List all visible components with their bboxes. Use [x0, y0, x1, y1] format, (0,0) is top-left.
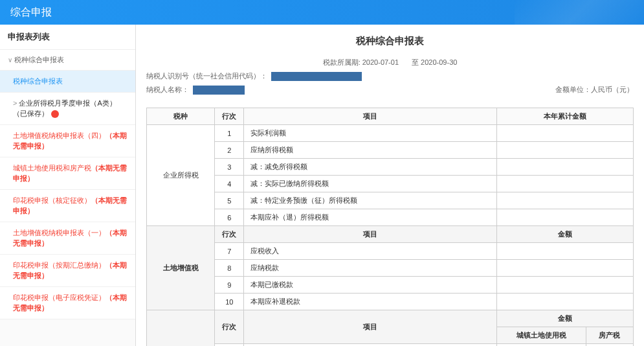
row-item: 本期应补（退）所得税额	[244, 209, 497, 226]
table-row: 9本期已缴税款	[147, 277, 634, 294]
sidebar-item-2[interactable]: 土地增值税纳税申报表（四）（本期无需申报）	[0, 125, 135, 157]
period-to: 2020-09-30	[421, 58, 457, 66]
row-number: 8	[215, 260, 244, 277]
row-number: 2	[215, 142, 244, 159]
taxpayer-name-row: 纳税人名称： 金额单位：人民币（元）	[146, 85, 634, 95]
period-from: 2020-07-01	[362, 58, 399, 66]
row-value[interactable]	[497, 277, 634, 294]
category-cell: 土地增值税	[147, 226, 215, 310]
sidebar-item-1[interactable]: 企业所得税月季度申报（A类）（已保存）	[0, 93, 135, 125]
main-content: 税种综合申报表 税款所属期: 2020-07-01 至 2020-09-30 纳…	[136, 25, 644, 346]
col-category: 税种	[147, 108, 215, 125]
sidebar-item-label: 印花税申报（核定征收）	[13, 196, 91, 204]
sidebar-item-label: 印花税申报（按期汇总缴纳）	[13, 261, 105, 269]
row-item: 应纳税款	[244, 260, 497, 277]
row-value[interactable]	[497, 209, 634, 226]
row-item: 本期应补退税款	[244, 294, 497, 310]
table-row: 7应税收入	[147, 243, 634, 260]
row-number: 1	[215, 125, 244, 142]
sub-col-rowno: 行次	[215, 226, 244, 243]
alert-dot-icon	[51, 110, 59, 118]
sidebar-item-4[interactable]: 印花税申报（核定征收）（本期无需申报）	[0, 190, 135, 222]
app-header: 综合申报	[0, 0, 644, 25]
nav-group-header[interactable]: 税种综合申报表	[0, 50, 135, 71]
sidebar-item-label: 税种综合申报表	[13, 77, 63, 85]
taxpayer-id-label: 纳税人识别号（统一社会信用代码）：	[146, 71, 267, 81]
sub-col-amount: 金额	[497, 226, 634, 243]
table-row: 11应纳税款0.000.00	[147, 344, 634, 347]
category-cell: 企业所得税	[147, 125, 215, 226]
sidebar-title: 申报表列表	[0, 25, 135, 50]
period-label: 税款所属期:	[323, 58, 361, 66]
table-row: 2应纳所得税额	[147, 142, 634, 159]
table-row: 5减：特定业务预缴（征）所得税额	[147, 192, 634, 209]
taxpayer-name-label: 纳税人名称：	[146, 85, 189, 95]
row-number: 5	[215, 192, 244, 209]
category-cell: 城镇土地使用税和房产税	[147, 310, 215, 347]
row-value[interactable]	[497, 125, 634, 142]
sidebar-item-status: （已保存）	[13, 110, 49, 117]
sidebar-item-0[interactable]: 税种综合申报表	[0, 71, 135, 93]
col-item: 项目	[244, 108, 497, 125]
sub-col-item: 项目	[244, 310, 497, 344]
row-value[interactable]	[497, 260, 634, 277]
col-ytd: 本年累计金额	[497, 108, 634, 125]
row-item: 应税收入	[244, 243, 497, 260]
row-item: 减：特定业务预缴（征）所得税额	[244, 192, 497, 209]
period-to-label: 至	[412, 58, 419, 66]
row-value-2[interactable]: 0.00	[586, 344, 633, 347]
row-number: 6	[215, 209, 244, 226]
tax-period-row: 税款所属期: 2020-07-01 至 2020-09-30	[146, 58, 634, 67]
unit-label: 金额单位：人民币（元）	[555, 85, 634, 95]
row-item: 应纳税款	[244, 344, 497, 347]
row-item: 实际利润额	[244, 125, 497, 142]
sub-col-urban-land: 城镇土地使用税	[497, 327, 586, 344]
row-number: 9	[215, 277, 244, 294]
row-value[interactable]	[497, 294, 634, 310]
row-item: 减：减免所得税额	[244, 159, 497, 176]
sidebar-item-7[interactable]: 印花税申报（电子应税凭证）（本期无需申报）	[0, 287, 135, 319]
row-item: 本期已缴税款	[244, 277, 497, 294]
sidebar-item-label: 企业所得税月季度申报（A类）	[19, 99, 116, 107]
taxpayer-id-value	[271, 72, 362, 81]
row-value[interactable]	[497, 159, 634, 176]
app-title: 综合申报	[10, 6, 52, 19]
row-number: 3	[215, 159, 244, 176]
section-header-row: 土地增值税行次项目金额	[147, 226, 634, 243]
sidebar-item-label: 土地增值税纳税申报表（四）	[13, 132, 105, 139]
table-row: 3减：减免所得税额	[147, 159, 634, 176]
taxpayer-id-row: 纳税人识别号（统一社会信用代码）：	[146, 71, 634, 81]
sidebar-item-6[interactable]: 印花税申报（按期汇总缴纳）（本期无需申报）	[0, 255, 135, 287]
row-item: 减：实际已缴纳所得税额	[244, 176, 497, 192]
sidebar-item-5[interactable]: 土地增值税纳税申报表（一）（本期无需申报）	[0, 222, 135, 255]
row-value-1[interactable]: 0.00	[497, 344, 586, 347]
sub-col-property: 房产税	[586, 327, 633, 344]
sub-col-item: 项目	[244, 226, 497, 243]
taxpayer-name-value	[193, 86, 245, 95]
sub-col-rowno: 行次	[215, 310, 244, 344]
sub-col-amount: 金额	[497, 310, 634, 327]
row-value[interactable]	[497, 192, 634, 209]
row-number: 4	[215, 176, 244, 192]
sidebar-item-label: 土地增值税纳税申报表（一）	[13, 229, 105, 236]
row-value[interactable]	[497, 142, 634, 159]
sidebar-item-3[interactable]: 城镇土地使用税和房产税（本期无需申报）	[0, 157, 135, 190]
table-row: 10本期应补退税款	[147, 294, 634, 310]
table-row: 8应纳税款	[147, 260, 634, 277]
row-number: 10	[215, 294, 244, 310]
sidebar-item-label: 城镇土地使用税和房产税	[13, 164, 91, 172]
section-header-row: 城镇土地使用税和房产税行次项目金额	[147, 310, 634, 327]
sidebar-item-label: 印花税申报（电子应税凭证）	[13, 294, 105, 301]
row-value[interactable]	[497, 243, 634, 260]
row-item: 应纳所得税额	[244, 142, 497, 159]
row-number: 7	[215, 243, 244, 260]
sidebar: 申报表列表 税种综合申报表 税种综合申报表企业所得税月季度申报（A类）（已保存）…	[0, 25, 136, 346]
row-number: 11	[215, 344, 244, 347]
table-row: 6本期应补（退）所得税额	[147, 209, 634, 226]
row-value[interactable]	[497, 176, 634, 192]
col-rowno: 行次	[215, 108, 244, 125]
report-title: 税种综合申报表	[146, 31, 634, 55]
table-row: 4减：实际已缴纳所得税额	[147, 176, 634, 192]
report-table: 税种 行次 项目 本年累计金额 企业所得税1实际利润额2应纳所得税额3减：减免所…	[146, 108, 634, 346]
table-row: 企业所得税1实际利润额	[147, 125, 634, 142]
